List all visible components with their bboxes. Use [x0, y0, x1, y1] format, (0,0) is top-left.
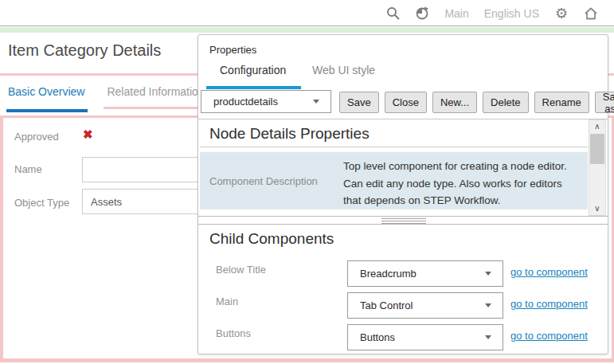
main-dropdown[interactable]: Tab Control	[347, 292, 503, 319]
component-highlight-green	[0, 27, 614, 33]
properties-panel: Properties Configuration Web UI style pr…	[197, 34, 608, 354]
active-tab-underline	[6, 109, 88, 112]
chevron-down-icon	[485, 272, 491, 276]
panel-button-row: Save Close New... Delete Rename Save as.…	[339, 92, 614, 113]
configuration-dropdown[interactable]: productdetails	[201, 90, 331, 113]
below-title-dropdown-value: Breadcrumb	[348, 268, 485, 280]
component-description-label: Component Description	[209, 175, 318, 187]
tab-configuration[interactable]: Configuration	[220, 64, 286, 76]
splitter-rule	[198, 224, 608, 225]
component-description-value: Top level component for creating a node …	[343, 158, 582, 209]
tab-related-information[interactable]: Related Information	[107, 85, 197, 98]
new-button[interactable]: New...	[432, 92, 477, 113]
object-type-label: Object Type	[14, 197, 69, 209]
main-nav-link[interactable]: Main	[444, 7, 468, 20]
home-icon[interactable]	[584, 6, 598, 21]
tab-basic-overview[interactable]: Basic Overview	[8, 85, 84, 98]
top-toolbar: Main English US ⚙	[0, 0, 614, 26]
section-splitter[interactable]	[198, 217, 608, 224]
delete-button[interactable]: Delete	[483, 92, 529, 113]
page-tab-strip: Basic Overview Related Information	[8, 85, 197, 98]
language-selector[interactable]: English US	[484, 7, 539, 20]
properties-panel-title: Properties	[209, 44, 256, 56]
buttons-dropdown-value: Buttons	[348, 331, 485, 343]
application-window: Main English US ⚙ Item Category Details …	[0, 0, 614, 364]
buttons-dropdown[interactable]: Buttons	[347, 324, 503, 350]
scroll-up-icon[interactable]: ∧	[589, 121, 605, 132]
save-as-button[interactable]: Save as...	[595, 92, 614, 113]
child-components-heading: Child Components	[209, 230, 334, 248]
panel-active-tab-underline	[206, 86, 301, 89]
node-details-scroll-area: Node Details Properties Component Descri…	[198, 119, 608, 217]
below-title-dropdown[interactable]: Breadcrumb	[347, 260, 503, 287]
vertical-scrollbar[interactable]: ∧ ∨	[589, 119, 606, 216]
below-title-label: Below Title	[216, 264, 266, 276]
name-label: Name	[14, 163, 42, 175]
tab-web-ui-style[interactable]: Web UI style	[312, 64, 375, 76]
go-to-component-link-main[interactable]: go to component	[510, 298, 588, 310]
main-label: Main	[216, 296, 238, 307]
search-icon[interactable]	[385, 6, 400, 21]
scroll-down-icon[interactable]: ∨	[589, 203, 605, 214]
history-icon[interactable]	[415, 6, 429, 21]
scrollbar-thumb[interactable]	[590, 134, 604, 164]
gear-icon[interactable]: ⚙	[554, 6, 569, 21]
chevron-down-icon	[313, 100, 319, 104]
configuration-dropdown-value: productdetails	[201, 96, 313, 108]
go-to-component-link-below-title[interactable]: go to component	[510, 266, 588, 278]
main-dropdown-value: Tab Control	[348, 299, 485, 311]
save-button[interactable]: Save	[339, 92, 379, 113]
page-title: Item Category Details	[8, 41, 161, 60]
close-button[interactable]: Close	[385, 92, 427, 113]
chevron-down-icon	[485, 335, 491, 339]
rename-button[interactable]: Rename	[534, 92, 589, 113]
component-description-row: Component Description Top level componen…	[200, 152, 588, 209]
chevron-down-icon	[485, 303, 491, 307]
buttons-label: Buttons	[216, 327, 251, 339]
approved-label: Approved	[14, 131, 59, 143]
splitter-grip-icon	[381, 218, 426, 224]
heading-rule	[200, 147, 588, 147]
go-to-component-link-buttons[interactable]: go to component	[510, 330, 588, 342]
node-details-heading: Node Details Properties	[209, 125, 370, 143]
approved-false-icon[interactable]: ✖	[83, 127, 93, 142]
